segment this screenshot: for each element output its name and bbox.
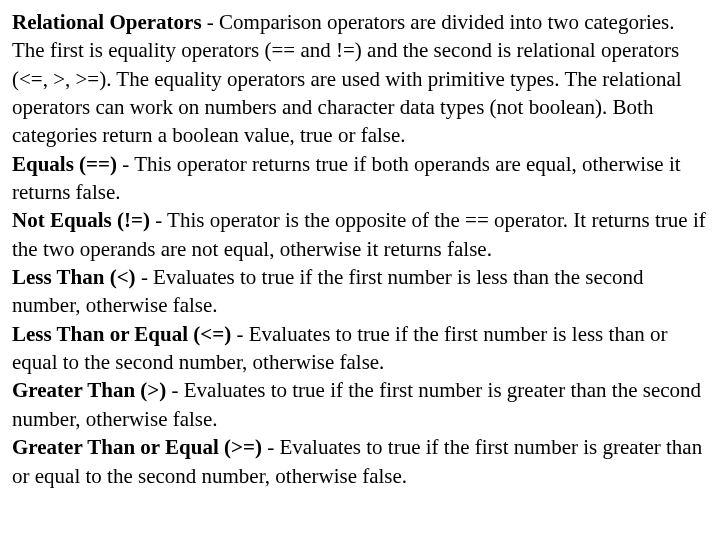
heading-less-than: Less Than (<) (12, 265, 136, 289)
heading-less-than-equal: Less Than or Equal (<=) (12, 322, 231, 346)
heading-greater-than: Greater Than (>) (12, 378, 166, 402)
heading-greater-than-equal: Greater Than or Equal (>=) (12, 435, 267, 459)
heading-equals: Equals (==) (12, 152, 117, 176)
document-body: Relational Operators - Comparison operat… (12, 8, 708, 490)
heading-relational-operators: Relational Operators (12, 10, 202, 34)
heading-not-equals: Not Equals (!=) (12, 208, 150, 232)
